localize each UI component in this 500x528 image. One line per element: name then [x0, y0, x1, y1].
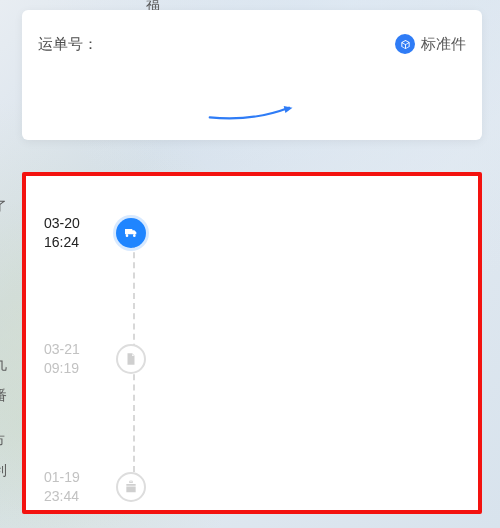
timeline-item[interactable]: 01-19 23:44 [44, 468, 146, 506]
tracking-row: 运单号： 标准件 [38, 28, 466, 60]
document-icon [116, 344, 146, 374]
tracking-timeline: 03-20 16:24 03-21 09:19 01-19 23:44 [44, 204, 460, 492]
map-label: 利 [0, 462, 7, 480]
timeline-timestamp: 01-19 23:44 [44, 468, 102, 506]
tracking-number-label: 运单号： [38, 35, 98, 54]
map-label: 了 [0, 198, 7, 216]
shipment-type-label: 标准件 [421, 35, 466, 54]
shipment-type-badge[interactable]: 标准件 [395, 34, 466, 54]
route-swoosh-icon [208, 104, 296, 122]
tracking-header-card: 运单号： 标准件 [22, 10, 482, 140]
truck-icon [116, 218, 146, 248]
map-label: 九 [0, 356, 7, 374]
package-icon [395, 34, 415, 54]
tracking-timeline-card: 03-20 16:24 03-21 09:19 01-19 23:44 [22, 172, 482, 514]
timeline-timestamp: 03-21 09:19 [44, 340, 102, 378]
timeline-item[interactable]: 03-21 09:19 [44, 340, 146, 378]
gift-icon [116, 472, 146, 502]
tracking-number-input[interactable] [106, 28, 296, 60]
timeline-timestamp: 03-20 16:24 [44, 214, 102, 252]
map-label: 番 [0, 387, 7, 405]
timeline-item[interactable]: 03-20 16:24 [44, 214, 146, 252]
map-label: 市 [0, 432, 5, 450]
